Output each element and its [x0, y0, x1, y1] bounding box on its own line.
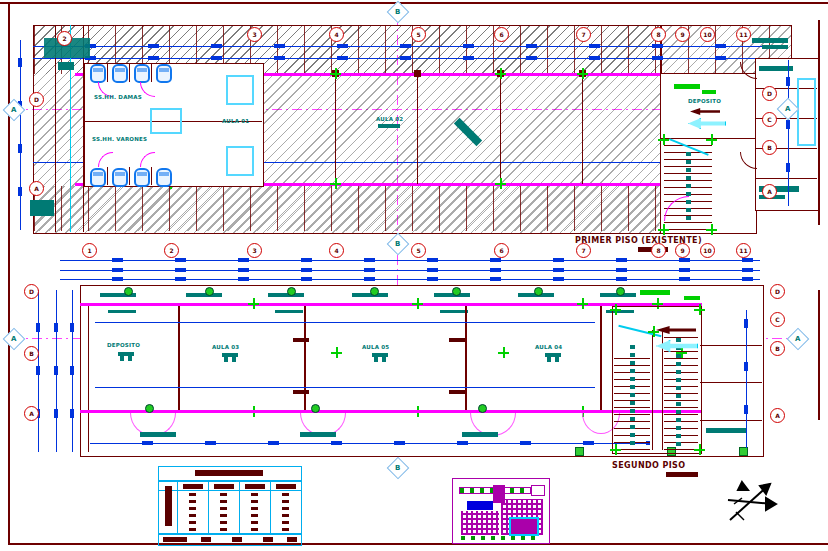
legend-header-bar	[276, 484, 296, 489]
drawing-sheet: SS.HH. DAMAS SS.HH. VARONES AULA 01 AULA…	[0, 0, 828, 551]
grid-bubble-label: 11	[739, 32, 747, 38]
desk-icon	[372, 353, 388, 362]
grid-bubble-label: 4	[334, 32, 338, 38]
grid-bubble: 3	[247, 27, 262, 42]
grid-bubble: D	[29, 92, 44, 107]
column-marker	[694, 444, 705, 455]
grid-bubble: D	[762, 86, 777, 101]
stall-wall	[107, 64, 108, 82]
grid-bubble-label: A	[775, 413, 780, 419]
room-label-deposito1: DEPOSITO	[688, 98, 721, 104]
toilet-icon	[112, 64, 128, 83]
stamp-small	[58, 62, 74, 70]
grid-bubble: 4	[329, 27, 344, 42]
bench-teal	[140, 432, 176, 437]
stairs-teal-marks	[676, 336, 681, 446]
grid-bubble: B	[770, 341, 785, 356]
grid-bubble-label: 3	[252, 248, 256, 254]
grid-bubble-label: 1	[87, 248, 91, 254]
grid-bubble-label: B	[767, 145, 772, 151]
stairs-teal-marks	[630, 345, 635, 445]
grid-bubble: A	[762, 184, 777, 199]
section-marker-label: A	[11, 335, 16, 343]
grid-bubble: 9	[675, 27, 690, 42]
annex-wall	[700, 420, 762, 421]
label-underline	[378, 124, 400, 128]
section-marker-label: A	[795, 335, 800, 343]
legend-footer-bar	[263, 537, 273, 542]
legend-header-bar	[214, 484, 234, 489]
grid-bubble: D	[770, 284, 785, 299]
column-marker	[248, 298, 259, 309]
desk-icon	[545, 353, 561, 362]
furniture-bar	[449, 390, 465, 394]
grid-bubble-label: B	[775, 346, 780, 352]
column-circle	[145, 404, 154, 413]
legend-header-bar	[245, 484, 265, 489]
column-circle	[452, 287, 461, 296]
legend-data-col	[220, 493, 227, 531]
grid-bubble: 7	[576, 27, 591, 42]
plan2-wall	[600, 306, 602, 412]
stall-wall	[151, 64, 152, 82]
grid-bubble-label: 2	[169, 248, 173, 254]
grid-bubble-label: 8	[656, 248, 660, 254]
section-marker-a-left2: A	[3, 328, 26, 351]
grid-bubble: 8	[651, 243, 666, 258]
room-label-aula05: AULA 05	[362, 344, 389, 350]
frame-bottom	[8, 543, 828, 545]
sink-counter	[226, 146, 254, 176]
grid-bubble: 8	[651, 27, 666, 42]
grid-bubble: C	[770, 312, 785, 327]
green-bar	[684, 296, 700, 300]
section-marker-b-bottom: B	[387, 457, 410, 480]
plan2-wall	[88, 306, 89, 452]
wing-dim-col	[786, 60, 791, 206]
grid-bubble: 10	[700, 27, 715, 42]
plan1-dim-row-2	[33, 56, 768, 61]
section-marker-label: A	[11, 106, 16, 114]
grid-bubble-label: 8	[656, 32, 660, 38]
keymap-small-box	[531, 485, 545, 496]
annex-wall	[700, 345, 762, 346]
window-sill	[268, 293, 304, 297]
column-marker	[610, 444, 621, 455]
column-marker	[648, 326, 659, 337]
legend-data-col	[189, 493, 196, 531]
legend-header-bar	[183, 484, 203, 489]
window-sill	[186, 293, 222, 297]
section-marker-label: B	[395, 464, 400, 472]
grid-bubble: 2	[57, 31, 72, 46]
plan1-wall-g5	[417, 76, 418, 184]
column-circle	[311, 404, 320, 413]
plan2-dim-left1	[36, 290, 41, 452]
plan1-wall-g7	[582, 76, 583, 184]
furniture-bar	[449, 338, 465, 342]
grid-bubble-label: 9	[680, 248, 684, 254]
legend-footer-bar	[287, 537, 297, 542]
column-marker	[495, 178, 506, 189]
teal-bar	[762, 45, 788, 49]
column-marker	[498, 347, 509, 358]
legend-data-col	[251, 493, 258, 531]
stair-rail	[652, 330, 653, 450]
column-circle	[287, 287, 296, 296]
column-marker	[577, 68, 588, 79]
post-square	[739, 447, 748, 456]
frame-left	[8, 2, 10, 545]
grid-bubble: 1	[82, 243, 97, 258]
green-bar	[702, 90, 716, 94]
stall-wall	[129, 167, 130, 185]
column-marker	[412, 298, 423, 309]
keymap-block-left	[461, 511, 499, 535]
toilet-icon	[134, 64, 150, 83]
toilet-icon	[90, 64, 106, 83]
column-circle	[124, 287, 133, 296]
frame-top	[0, 2, 828, 4]
desk-icon	[222, 353, 238, 362]
toilet-icon	[156, 168, 172, 187]
grid-bubble: 6	[494, 243, 509, 258]
grid-bubble: B	[762, 140, 777, 155]
annex-wall	[700, 382, 762, 383]
legend-footer-bar	[232, 537, 242, 542]
